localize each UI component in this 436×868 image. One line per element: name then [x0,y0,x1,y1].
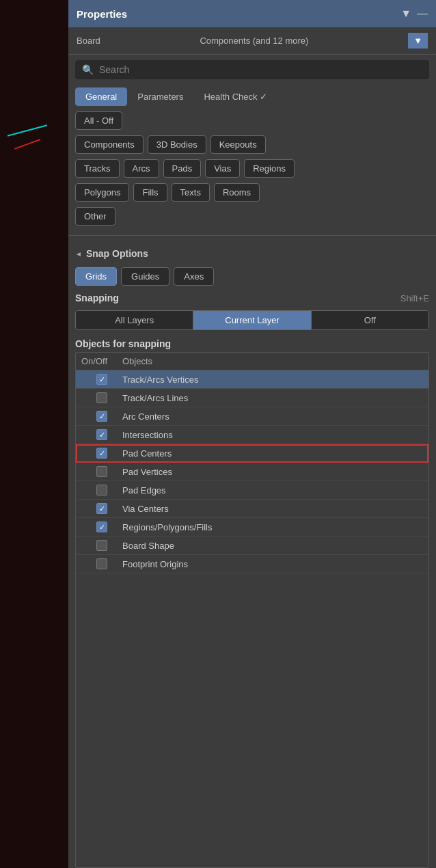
btn-group-row5: Other [68,204,436,228]
search-input[interactable] [99,64,422,75]
checkbox-cell [81,485,122,496]
panel-title: Properties [77,8,127,20]
btn-vias[interactable]: Vias [205,159,240,178]
table-rows: Track/Arcs VerticesTrack/Arcs LinesArc C… [76,370,428,573]
table-row: Track/Arcs Vertices [76,370,428,389]
btn-group-row4: Polygons Fills Texts Rooms [68,180,436,204]
checkbox[interactable] [96,411,107,422]
checkbox-cell [81,466,122,477]
checkbox[interactable] [96,448,107,459]
table-row: Pad Edges [76,481,428,500]
canvas-area [0,0,68,868]
table-row: Pad Vertices [76,463,428,481]
minimize-icon[interactable]: — [417,8,428,20]
table-row: Pad Centers [76,444,428,463]
object-name-label: Intersections [122,430,173,440]
snap-btn-grids[interactable]: Grids [75,267,117,286]
checkbox-cell [81,521,122,532]
checkbox-cell [81,392,122,403]
checkbox-cell [81,540,122,551]
btn-group-row3: Tracks Arcs Pads Vias Regions [68,157,436,180]
checkbox[interactable] [96,466,107,477]
btn-polygons[interactable]: Polygons [75,183,129,202]
btn-fills[interactable]: Fills [133,183,167,202]
object-name-label: Board Shape [122,541,174,551]
tab-parameters[interactable]: Parameters [127,87,193,106]
btn-texts[interactable]: Texts [172,183,210,202]
checkbox[interactable] [96,485,107,496]
table-row: Board Shape [76,537,428,555]
search-icon: 🔍 [82,64,94,75]
tab-general[interactable]: General [75,87,127,106]
table-row: Arc Centers [76,407,428,426]
btn-group-row2: Components 3D Bodies Keepouts [68,133,436,157]
btn-components[interactable]: Components [75,135,144,154]
btn-other[interactable]: Other [75,207,115,226]
layer-toggle-row: All Layers Current Layer Off [75,310,429,330]
tabs-row: General Parameters Health Check ✓ [68,85,436,109]
btn-pads[interactable]: Pads [163,159,202,178]
all-off-button[interactable]: All - Off [75,111,122,130]
object-name-label: Track/Arcs Lines [122,393,188,403]
checkbox[interactable] [96,392,107,403]
object-name-label: Pad Vertices [122,467,172,477]
checkbox-cell [81,429,122,440]
snap-options-label: Snap Options [86,248,148,259]
layer-btn-off[interactable]: Off [312,311,428,329]
snap-btn-axes[interactable]: Axes [174,267,214,286]
btn-rooms[interactable]: Rooms [214,183,260,202]
tab-health-check[interactable]: Health Check ✓ [193,87,277,106]
board-header: Board Components (and 12 more) ▼ [68,27,436,55]
snapping-shortcut: Shift+E [400,293,429,303]
snap-btn-guides[interactable]: Guides [121,267,169,286]
table-row: Regions/Polygons/Fills [76,518,428,537]
layer-btn-all[interactable]: All Layers [76,311,193,329]
snap-options-header[interactable]: ◄ Snap Options [68,243,436,265]
object-name-label: Arc Centers [122,411,169,422]
snapping-row: Snapping Shift+E [68,288,436,308]
table-row: Track/Arcs Lines [76,389,428,407]
btn-3d-bodies[interactable]: 3D Bodies [148,135,206,154]
checkbox-cell [81,558,122,569]
dropdown-icon[interactable]: ▼ [400,8,411,20]
search-bar: 🔍 [75,60,429,79]
checkbox-cell [81,411,122,422]
table-row: Intersections [76,426,428,444]
col-header-objects: Objects [122,356,152,366]
board-label: Board [77,36,100,46]
checkbox-cell [81,503,122,514]
checkbox-cell [81,448,122,459]
layer-btn-current[interactable]: Current Layer [193,311,311,329]
title-bar-controls: ▼ — [400,8,428,20]
checkbox-cell [81,374,122,385]
btn-arcs[interactable]: Arcs [124,159,159,178]
divider-1 [68,235,436,236]
btn-regions[interactable]: Regions [244,159,295,178]
objects-section-label: Objects for snapping [68,333,436,352]
btn-keepouts[interactable]: Keepouts [210,135,266,154]
table-row: Footprint Origins [76,555,428,573]
snapping-label: Snapping [75,293,119,303]
components-label: Components (and 12 more) [200,36,308,46]
properties-panel: Properties ▼ — Board Components (and 12 … [68,0,436,868]
object-name-label: Track/Arcs Vertices [122,375,198,385]
snap-btn-row: Grids Guides Axes [68,265,436,288]
checkbox[interactable] [96,558,107,569]
triangle-collapse-icon: ◄ [75,250,82,258]
snap-table: On/Off Objects Track/Arcs VerticesTrack/… [75,352,429,868]
all-off-group: All - Off [68,109,436,133]
col-header-onoff: On/Off [81,356,122,366]
object-name-label: Pad Centers [122,448,172,459]
filter-button[interactable]: ▼ [408,33,428,49]
object-name-label: Via Centers [122,504,169,514]
object-name-label: Pad Edges [122,485,166,496]
title-bar: Properties ▼ — [68,0,436,27]
checkbox[interactable] [96,429,107,440]
checkbox[interactable] [96,374,107,385]
object-name-label: Footprint Origins [122,559,188,569]
table-header: On/Off Objects [76,353,428,370]
btn-tracks[interactable]: Tracks [75,159,120,178]
checkbox[interactable] [96,540,107,551]
checkbox[interactable] [96,521,107,532]
checkbox[interactable] [96,503,107,514]
